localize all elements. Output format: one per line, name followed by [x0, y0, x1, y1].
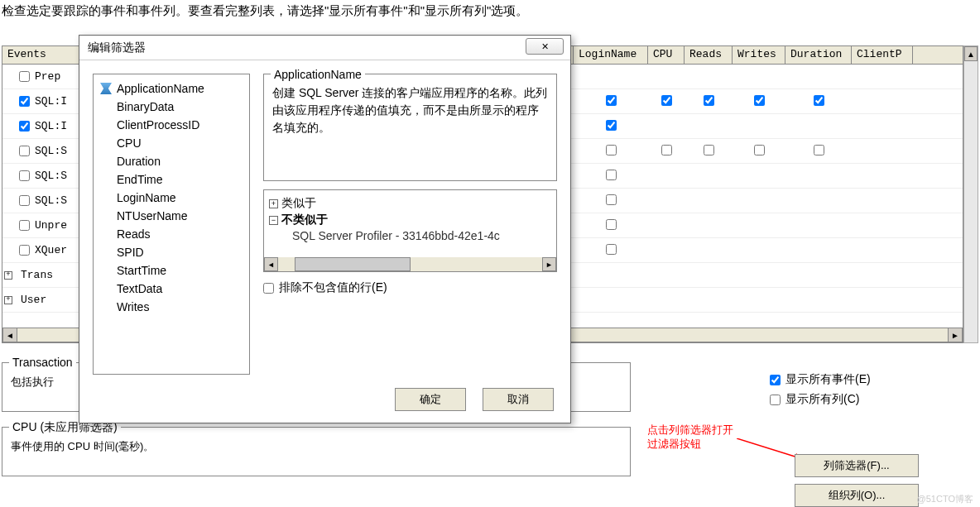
- column-checkbox[interactable]: [606, 219, 617, 230]
- display-options: 显示所有事件(E) 显示所有列(C): [770, 372, 871, 412]
- column-checkbox[interactable]: [754, 95, 765, 106]
- dialog-close-button[interactable]: ✕: [526, 38, 564, 55]
- tree-like-node[interactable]: +类似于: [269, 195, 551, 212]
- scroll-left-icon[interactable]: ◄: [2, 328, 17, 342]
- show-all-columns-checkbox[interactable]: [770, 395, 781, 405]
- cpu-body: 事件使用的 CPU 时间(毫秒)。: [11, 439, 622, 454]
- scroll-right-icon[interactable]: ►: [542, 257, 556, 271]
- header-cpu[interactable]: CPU: [648, 46, 685, 64]
- column-checkbox[interactable]: [814, 145, 824, 155]
- column-list-item[interactable]: ApplicationName: [97, 79, 246, 98]
- watermark: @51CTO博客: [917, 493, 973, 505]
- event-label: XQuer: [35, 244, 67, 256]
- event-label: SQL:S: [35, 145, 67, 157]
- column-list-item[interactable]: Duration: [97, 152, 246, 170]
- column-checkbox[interactable]: [704, 95, 714, 106]
- show-all-events-checkbox[interactable]: [770, 375, 781, 385]
- grid-vscroll[interactable]: ▲: [963, 45, 978, 343]
- show-all-events-option[interactable]: 显示所有事件(E): [770, 372, 871, 387]
- event-checkbox[interactable]: [19, 245, 30, 256]
- column-description-box: ApplicationName 创建 SQL Server 连接的客户端应用程序…: [263, 74, 557, 181]
- tree-notlike-node[interactable]: −不类似于: [269, 212, 551, 228]
- column-list-item[interactable]: StartTime: [97, 261, 246, 280]
- header-loginname[interactable]: LoginName: [574, 46, 648, 64]
- organize-columns-button[interactable]: 组织列(O)...: [795, 484, 919, 507]
- event-label: SQL:I: [35, 95, 67, 108]
- exclude-empty-checkbox[interactable]: [263, 283, 274, 294]
- column-list-item[interactable]: TextData: [97, 280, 246, 298]
- close-icon: ✕: [541, 41, 549, 52]
- column-checkbox[interactable]: [606, 120, 617, 131]
- event-checkbox[interactable]: [19, 220, 30, 231]
- event-label: Unpre: [35, 219, 67, 232]
- event-label: User: [21, 294, 46, 306]
- column-list-item[interactable]: CPU: [97, 134, 246, 152]
- column-checkbox[interactable]: [661, 145, 672, 155]
- svg-line-0: [737, 438, 803, 459]
- column-list-item[interactable]: BinaryData: [97, 98, 246, 116]
- dialog-titlebar: 编辑筛选器 ✕: [79, 36, 570, 60]
- dialog-title: 编辑筛选器: [88, 41, 146, 55]
- event-label: Trans: [21, 269, 53, 281]
- column-checkbox[interactable]: [606, 244, 617, 255]
- expand-icon[interactable]: +: [4, 296, 12, 304]
- description-body: 创建 SQL Server 连接的客户端应用程序的名称。此列由该应用程序传递的值…: [272, 84, 548, 136]
- column-checkbox[interactable]: [606, 194, 617, 205]
- column-list-item[interactable]: SPID: [97, 243, 246, 261]
- cpu-group: CPU (未应用筛选器) 事件使用的 CPU 时间(毫秒)。: [2, 427, 631, 476]
- expand-icon[interactable]: +: [4, 271, 12, 280]
- header-events[interactable]: Events: [2, 46, 85, 64]
- transactions-legend: Transaction: [9, 356, 76, 369]
- filter-tree[interactable]: +类似于 −不类似于 SQL Server Profiler - 33146bb…: [263, 189, 557, 272]
- scroll-up-icon[interactable]: ▲: [964, 46, 978, 61]
- collapse-icon[interactable]: −: [269, 216, 278, 225]
- header-reads[interactable]: Reads: [685, 46, 733, 64]
- exclude-empty-label: 排除不包含值的行(E): [279, 280, 387, 295]
- column-list-item[interactable]: Reads: [97, 225, 246, 243]
- cancel-button[interactable]: 取消: [483, 388, 554, 411]
- column-checkbox[interactable]: [606, 170, 617, 180]
- column-checkbox[interactable]: [661, 95, 672, 106]
- tree-filter-value[interactable]: SQL Server Profiler - 33146bbd-42e1-4c: [269, 228, 551, 243]
- column-filter-button[interactable]: 列筛选器(F)...: [795, 454, 919, 477]
- column-list[interactable]: ApplicationNameBinaryDataClientProcessID…: [93, 74, 250, 375]
- scroll-thumb[interactable]: [295, 257, 411, 271]
- column-checkbox[interactable]: [606, 145, 617, 155]
- intro-text: 检查选定要跟踪的事件和事件列。要查看完整列表，请选择"显示所有事件"和"显示所有…: [0, 0, 980, 27]
- show-all-columns-label: 显示所有列(C): [785, 392, 859, 407]
- column-list-item[interactable]: Writes: [97, 298, 246, 316]
- column-list-item[interactable]: NTUserName: [97, 207, 246, 225]
- description-title: ApplicationName: [271, 66, 365, 84]
- column-checkbox[interactable]: [606, 95, 617, 106]
- tree-hscroll[interactable]: ◄ ►: [264, 257, 556, 271]
- column-checkbox[interactable]: [814, 95, 824, 106]
- column-list-item[interactable]: EndTime: [97, 170, 246, 189]
- header-clientp[interactable]: ClientP: [852, 46, 913, 64]
- column-checkbox[interactable]: [704, 145, 714, 155]
- event-checkbox[interactable]: [19, 121, 30, 132]
- edit-filter-dialog: 编辑筛选器 ✕ ApplicationNameBinaryDataClientP…: [79, 35, 571, 423]
- expand-icon[interactable]: +: [269, 199, 278, 208]
- event-checkbox[interactable]: [19, 195, 30, 206]
- scroll-right-icon[interactable]: ►: [948, 328, 963, 342]
- exclude-empty-row[interactable]: 排除不包含值的行(E): [263, 280, 557, 295]
- ok-button[interactable]: 确定: [395, 388, 466, 411]
- tree-notlike-label: 不类似于: [281, 213, 328, 227]
- header-duration[interactable]: Duration: [785, 46, 852, 64]
- column-list-item[interactable]: ClientProcessID: [97, 116, 246, 134]
- annotation-text: 点击列筛选器打开 过滤器按钮: [647, 423, 733, 452]
- event-label: SQL:S: [35, 170, 67, 182]
- scroll-left-icon[interactable]: ◄: [264, 257, 278, 271]
- event-checkbox[interactable]: [19, 71, 30, 82]
- event-checkbox[interactable]: [19, 146, 30, 156]
- event-checkbox[interactable]: [19, 170, 30, 181]
- event-label: SQL:S: [35, 194, 67, 207]
- column-list-item[interactable]: LoginName: [97, 189, 246, 207]
- event-checkbox[interactable]: [19, 96, 30, 107]
- show-all-events-label: 显示所有事件(E): [785, 372, 871, 387]
- event-label: SQL:I: [35, 120, 67, 132]
- header-writes[interactable]: Writes: [733, 46, 785, 64]
- column-checkbox[interactable]: [754, 145, 765, 155]
- event-label: Prep: [35, 70, 60, 83]
- show-all-columns-option[interactable]: 显示所有列(C): [770, 392, 871, 407]
